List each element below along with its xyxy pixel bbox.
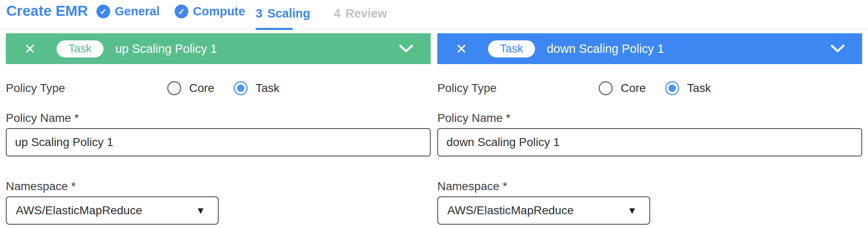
radio-selected-icon[interactable] bbox=[234, 81, 248, 95]
radio-core-label: Core bbox=[189, 82, 215, 95]
step-scaling-number: 3 bbox=[256, 7, 262, 20]
scale-up-policy-panel: ✕ Task up Scaling Policy 1 Policy Type C… bbox=[6, 33, 431, 228]
namespace-select[interactable]: AWS/ElasticMapReduce ▼ bbox=[6, 196, 219, 225]
close-icon[interactable]: ✕ bbox=[456, 42, 467, 56]
close-icon[interactable]: ✕ bbox=[24, 42, 36, 56]
policy-name-input[interactable] bbox=[6, 128, 431, 156]
chevron-down-icon[interactable] bbox=[399, 45, 413, 53]
step-review-label: Review bbox=[345, 7, 387, 20]
policy-type-label: Policy Type bbox=[437, 82, 497, 95]
step-general[interactable]: ✓ General bbox=[96, 5, 160, 18]
caret-down-icon: ▼ bbox=[627, 206, 637, 216]
namespace-label: Namespace * bbox=[6, 180, 431, 193]
policy-name-label: Policy Name * bbox=[437, 112, 862, 125]
step-scaling[interactable]: 3 Scaling bbox=[256, 7, 310, 20]
radio-dot bbox=[668, 84, 676, 92]
step-compute[interactable]: ✓ Compute bbox=[175, 5, 245, 18]
policy-type-radio-group: Core Task bbox=[167, 81, 279, 96]
namespace-select[interactable]: AWS/ElasticMapReduce ▼ bbox=[437, 196, 650, 225]
policy-type-badge: Task bbox=[488, 40, 535, 57]
radio-task-label: Task bbox=[256, 82, 280, 95]
policy-type-row: Policy Type Core Task bbox=[6, 81, 431, 96]
step-review-number: 4 bbox=[334, 7, 340, 20]
page-title: Create EMR bbox=[6, 2, 88, 19]
radio-core[interactable]: Core bbox=[167, 81, 215, 95]
panel-title: up Scaling Policy 1 bbox=[115, 42, 217, 56]
policy-name-input[interactable] bbox=[437, 128, 862, 156]
namespace-label: Namespace * bbox=[437, 180, 862, 193]
check-icon: ✓ bbox=[96, 5, 110, 18]
policy-type-radio-group: Core Task bbox=[599, 81, 711, 96]
scale-down-panel-header[interactable]: ✕ Task down Scaling Policy 1 bbox=[437, 33, 862, 64]
policy-type-row: Policy Type Core Task bbox=[437, 81, 862, 96]
active-step-underline bbox=[256, 28, 293, 30]
step-review[interactable]: 4 Review bbox=[334, 7, 387, 20]
check-icon: ✓ bbox=[175, 5, 188, 18]
policy-type-label: Policy Type bbox=[6, 82, 65, 95]
radio-dot bbox=[237, 84, 244, 92]
radio-unselected-icon[interactable] bbox=[167, 81, 181, 95]
chevron-down-icon[interactable] bbox=[831, 45, 845, 53]
radio-task-label: Task bbox=[687, 82, 711, 95]
caret-down-icon: ▼ bbox=[196, 206, 205, 216]
policy-name-label: Policy Name * bbox=[6, 112, 431, 125]
radio-core[interactable]: Core bbox=[599, 81, 646, 95]
step-general-label: General bbox=[115, 5, 160, 18]
namespace-selected-value: AWS/ElasticMapReduce bbox=[447, 204, 574, 217]
radio-core-label: Core bbox=[621, 82, 646, 95]
namespace-selected-value: AWS/ElasticMapReduce bbox=[16, 204, 142, 217]
panel-title: down Scaling Policy 1 bbox=[547, 42, 664, 56]
step-scaling-label: Scaling bbox=[267, 7, 310, 20]
scale-down-policy-panel: ✕ Task down Scaling Policy 1 Policy Type… bbox=[437, 33, 862, 228]
step-compute-label: Compute bbox=[193, 5, 245, 18]
radio-selected-icon[interactable] bbox=[665, 81, 679, 95]
radio-unselected-icon[interactable] bbox=[599, 81, 613, 95]
radio-task[interactable]: Task bbox=[665, 81, 711, 95]
radio-task[interactable]: Task bbox=[234, 81, 280, 95]
scale-up-panel-header[interactable]: ✕ Task up Scaling Policy 1 bbox=[6, 33, 431, 64]
wizard-header: Create EMR ✓ General ✓ Compute 3 Scaling… bbox=[0, 0, 868, 30]
policy-type-badge: Task bbox=[57, 40, 104, 57]
